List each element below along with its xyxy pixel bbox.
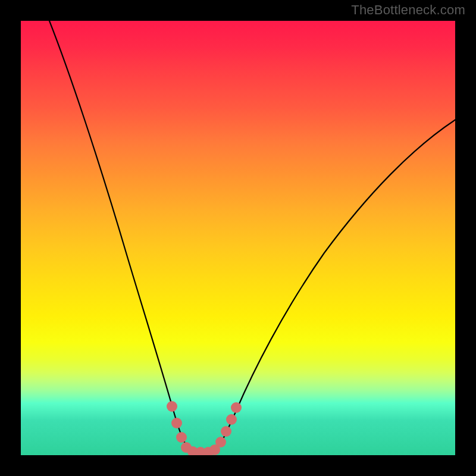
valley-dot [215, 437, 226, 447]
valley-dot [167, 401, 177, 412]
bottleneck-curve-line [47, 21, 455, 452]
valley-dot [226, 414, 237, 425]
chart-plot-area [21, 21, 455, 455]
valley-dot [176, 432, 187, 443]
valley-dot [221, 426, 231, 437]
chart-svg [21, 21, 455, 455]
valley-dot [171, 418, 182, 428]
valley-marker-group [167, 401, 242, 455]
valley-dot [231, 402, 242, 413]
watermark-text: TheBottleneck.com [351, 2, 465, 18]
